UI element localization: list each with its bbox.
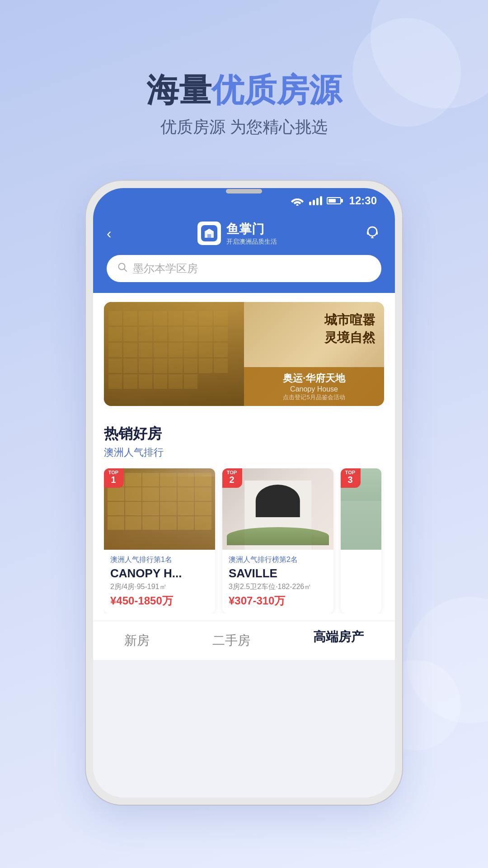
- signal-icon: [309, 196, 322, 205]
- logo-area: 鱼掌门 开启澳洲品质生活: [197, 221, 277, 246]
- hero-subtitle: 优质房源 为您精心挑选: [0, 116, 488, 138]
- hero-title: 海量优质房源: [0, 72, 488, 108]
- banner-left-photo: [104, 302, 244, 406]
- app-logo-icon: [197, 222, 221, 245]
- card-image-1: TOP 1: [104, 468, 215, 550]
- nav-tabs-row: 新房 二手房 高端房产: [93, 628, 395, 653]
- card-body-2: 澳洲人气排行榜第2名 SAVILLE 3房2.5卫2车位·182-226㎡ ¥3…: [222, 550, 333, 613]
- property-card-3-partial[interactable]: TOP 3: [341, 468, 381, 613]
- card-name-2: SAVILLE: [229, 566, 327, 580]
- top-badge-1: TOP 1: [104, 468, 124, 488]
- battery-icon: [327, 197, 341, 204]
- card-rank-1: 澳洲人气排行第1名: [110, 555, 209, 565]
- card-specs-1: 2房/4房·95-191㎡: [110, 582, 209, 592]
- banner-project-info: 奥运·华府天地 Canopy House 点击登记5月品鉴会活动: [244, 367, 384, 406]
- status-icons: 12:30: [290, 194, 377, 207]
- tab-new-homes[interactable]: 新房: [124, 628, 150, 653]
- search-input-placeholder: 墨尔本学区房: [133, 261, 198, 276]
- svg-point-0: [296, 204, 298, 206]
- svg-rect-5: [376, 231, 378, 235]
- banner-cta: 点击登记5月品鉴会活动: [251, 393, 377, 401]
- card-image-2: TOP 2: [222, 468, 333, 550]
- status-time: 12:30: [349, 194, 377, 207]
- search-bar[interactable]: 墨尔本学区房: [107, 255, 381, 282]
- wifi-icon: [290, 196, 305, 206]
- banner-image[interactable]: 城市喧嚣 灵境自然 奥运·华府天地 Canopy House 点击登记5月品鉴会…: [104, 302, 384, 406]
- top-badge-3: TOP 3: [341, 468, 361, 488]
- card-image-3: TOP 3: [341, 468, 381, 550]
- phone-screen: 12:30 ‹: [93, 188, 395, 797]
- svg-rect-4: [367, 231, 369, 235]
- card-rank-2: 澳洲人气排行榜第2名: [229, 555, 327, 565]
- property-card-1[interactable]: TOP 1 澳洲人气排行第1名 CANOPY H... 2房/4房·95-191…: [104, 468, 215, 613]
- banner-section: 城市喧嚣 灵境自然 奥运·华府天地 Canopy House 点击登记5月品鉴会…: [93, 293, 395, 415]
- back-button[interactable]: ‹: [107, 226, 112, 241]
- card-specs-2: 3房2.5卫2车位·182-226㎡: [229, 582, 327, 592]
- app-content: ‹ 鱼掌门 开启澳洲品质生活: [93, 213, 395, 797]
- property-cards-row: TOP 1 澳洲人气排行第1名 CANOPY H... 2房/4房·95-191…: [104, 468, 384, 613]
- card-body-1: 澳洲人气排行第1名 CANOPY H... 2房/4房·95-191㎡ ¥450…: [104, 550, 215, 613]
- search-icon: [117, 262, 127, 275]
- app-header: ‹ 鱼掌门 开启澳洲品质生活: [93, 213, 395, 255]
- hot-properties-section: 热销好房 澳洲人气排行: [93, 415, 395, 621]
- svg-rect-2: [207, 234, 211, 238]
- logo-text: 鱼掌门 开启澳洲品质生活: [226, 221, 277, 246]
- headset-button[interactable]: [363, 223, 381, 243]
- card-price-2: ¥307-310万: [229, 594, 327, 608]
- tab-luxury[interactable]: 高端房产: [313, 628, 364, 653]
- section-subtitle: 澳洲人气排行: [104, 446, 384, 459]
- property-card-2[interactable]: TOP 2 澳洲人气排行榜第2名 SAVILLE 3房2.5卫2车位·182-2…: [222, 468, 333, 613]
- section-title: 热销好房: [104, 424, 384, 444]
- top-badge-2: TOP 2: [222, 468, 242, 488]
- bottom-tabs: 新房 二手房 高端房产: [93, 621, 395, 660]
- search-area: 墨尔本学区房: [93, 255, 395, 293]
- svg-line-7: [124, 269, 127, 272]
- phone-mockup: 12:30 ‹: [86, 181, 402, 805]
- card-price-1: ¥450-1850万: [110, 594, 209, 608]
- tab-second-hand[interactable]: 二手房: [212, 628, 250, 653]
- phone-outer: 12:30 ‹: [86, 181, 402, 805]
- phone-speaker: [226, 189, 262, 193]
- card-name-1: CANOPY H...: [110, 566, 209, 580]
- banner-text: 城市喧嚣 灵境自然: [324, 311, 375, 346]
- hero-section: 海量优质房源 优质房源 为您精心挑选: [0, 72, 488, 138]
